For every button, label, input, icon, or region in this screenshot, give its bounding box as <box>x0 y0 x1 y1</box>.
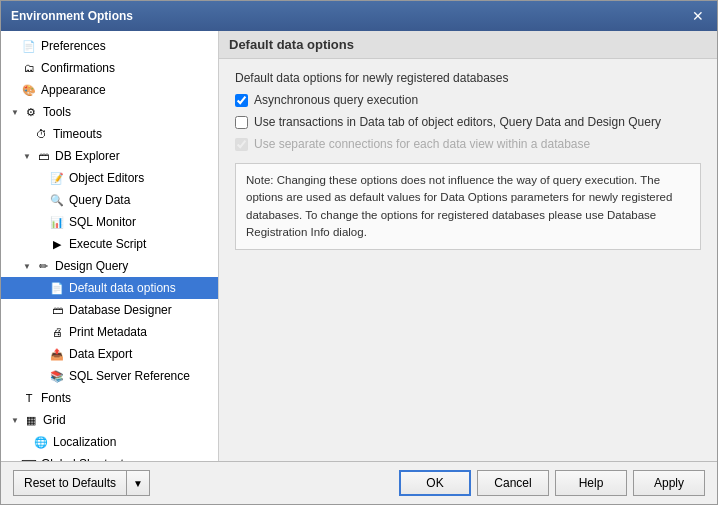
sidebar-icon-printmeta: 🖨 <box>49 324 65 340</box>
sidebar-icon-defaultdata: 📄 <box>49 280 65 296</box>
sidebar-label-grid: Grid <box>43 413 66 427</box>
content-area: Default data options Default data option… <box>219 31 717 461</box>
expand-icon-dbexplorer: ▼ <box>21 150 33 162</box>
close-button[interactable]: ✕ <box>689 7 707 25</box>
sidebar-icon-sqlmonitor: 📊 <box>49 214 65 230</box>
use-transactions-label: Use transactions in Data tab of object e… <box>254 115 661 129</box>
sidebar-label-appearance: Appearance <box>41 83 106 97</box>
sidebar-item-querydata[interactable]: 🔍Query Data <box>1 189 218 211</box>
sidebar-label-localization: Localization <box>53 435 116 449</box>
sidebar-item-objecteditors[interactable]: 📝Object Editors <box>1 167 218 189</box>
sidebar-icon-confirmations: 🗂 <box>21 60 37 76</box>
sidebar-label-sqlmonitor: SQL Monitor <box>69 215 136 229</box>
use-transactions-checkbox[interactable] <box>235 116 248 129</box>
sidebar-item-timeouts[interactable]: ⏱Timeouts <box>1 123 218 145</box>
reset-dropdown-arrow[interactable]: ▼ <box>126 470 150 496</box>
sidebar-icon-dbdesigner: 🗃 <box>49 302 65 318</box>
expand-icon-grid: ▼ <box>9 414 21 426</box>
sidebar-icon-querydata: 🔍 <box>49 192 65 208</box>
dialog-body: 📄Preferences🗂Confirmations🎨Appearance▼⚙T… <box>1 31 717 461</box>
sidebar-label-sqlref: SQL Server Reference <box>69 369 190 383</box>
async-query-row: Asynchronous query execution <box>235 93 701 107</box>
content-title: Default data options <box>219 31 717 59</box>
environment-options-dialog: Environment Options ✕ 📄Preferences🗂Confi… <box>0 0 718 505</box>
reset-dropdown: Reset to Defaults ▼ <box>13 470 150 496</box>
sidebar-label-querydata: Query Data <box>69 193 130 207</box>
sidebar-item-dbexplorer[interactable]: ▼🗃DB Explorer <box>1 145 218 167</box>
sidebar-label-objecteditors: Object Editors <box>69 171 144 185</box>
reset-defaults-button[interactable]: Reset to Defaults <box>13 470 126 496</box>
sidebar-label-printmeta: Print Metadata <box>69 325 147 339</box>
sidebar-label-defaultdata: Default data options <box>69 281 176 295</box>
separate-connections-row: Use separate connections for each data v… <box>235 137 701 151</box>
sidebar-item-globalshortcuts[interactable]: ⌨Global Shortcuts <box>1 453 218 461</box>
sidebar-label-timeouts: Timeouts <box>53 127 102 141</box>
sidebar-item-grid[interactable]: ▼▦Grid <box>1 409 218 431</box>
expand-icon-tools: ▼ <box>9 106 21 118</box>
sidebar-item-designquery[interactable]: ▼✏Design Query <box>1 255 218 277</box>
sidebar-label-fonts: Fonts <box>41 391 71 405</box>
titlebar: Environment Options ✕ <box>1 1 717 31</box>
sidebar-icon-fonts: T <box>21 390 37 406</box>
sidebar-icon-appearance: 🎨 <box>21 82 37 98</box>
help-button[interactable]: Help <box>555 470 627 496</box>
sidebar-item-executescript[interactable]: ▶Execute Script <box>1 233 218 255</box>
sidebar-icon-executescript: ▶ <box>49 236 65 252</box>
sidebar-icon-objecteditors: 📝 <box>49 170 65 186</box>
sidebar-item-defaultdata[interactable]: 📄Default data options <box>1 277 218 299</box>
sidebar-item-dbdesigner[interactable]: 🗃Database Designer <box>1 299 218 321</box>
sidebar-icon-tools: ⚙ <box>23 104 39 120</box>
sidebar-label-dbdesigner: Database Designer <box>69 303 172 317</box>
sidebar-icon-grid: ▦ <box>23 412 39 428</box>
async-query-checkbox[interactable] <box>235 94 248 107</box>
sidebar-icon-dataexport: 📤 <box>49 346 65 362</box>
sidebar-item-fonts[interactable]: TFonts <box>1 387 218 409</box>
sidebar-item-appearance[interactable]: 🎨Appearance <box>1 79 218 101</box>
sidebar-label-confirmations: Confirmations <box>41 61 115 75</box>
sidebar-label-dbexplorer: DB Explorer <box>55 149 120 163</box>
cancel-button[interactable]: Cancel <box>477 470 549 496</box>
sidebar-icon-designquery: ✏ <box>35 258 51 274</box>
sidebar-item-printmeta[interactable]: 🖨Print Metadata <box>1 321 218 343</box>
footer-left: Reset to Defaults ▼ <box>13 470 150 496</box>
sidebar-item-tools[interactable]: ▼⚙Tools <box>1 101 218 123</box>
sidebar-item-sqlref[interactable]: 📚SQL Server Reference <box>1 365 218 387</box>
sidebar-item-localization[interactable]: 🌐Localization <box>1 431 218 453</box>
sidebar-label-tools: Tools <box>43 105 71 119</box>
sidebar: 📄Preferences🗂Confirmations🎨Appearance▼⚙T… <box>1 31 219 461</box>
sidebar-icon-sqlref: 📚 <box>49 368 65 384</box>
dialog-footer: Reset to Defaults ▼ OK Cancel Help Apply <box>1 461 717 504</box>
sidebar-icon-dbexplorer: 🗃 <box>35 148 51 164</box>
sidebar-label-designquery: Design Query <box>55 259 128 273</box>
expand-icon-designquery: ▼ <box>21 260 33 272</box>
use-transactions-row: Use transactions in Data tab of object e… <box>235 115 701 129</box>
dialog-title: Environment Options <box>11 9 133 23</box>
sidebar-item-confirmations[interactable]: 🗂Confirmations <box>1 57 218 79</box>
footer-right: OK Cancel Help Apply <box>399 470 705 496</box>
sidebar-label-preferences: Preferences <box>41 39 106 53</box>
sidebar-item-dataexport[interactable]: 📤Data Export <box>1 343 218 365</box>
sidebar-icon-localization: 🌐 <box>33 434 49 450</box>
apply-button[interactable]: Apply <box>633 470 705 496</box>
separate-connections-label: Use separate connections for each data v… <box>254 137 590 151</box>
section-label: Default data options for newly registere… <box>235 71 701 85</box>
separate-connections-checkbox[interactable] <box>235 138 248 151</box>
async-query-label: Asynchronous query execution <box>254 93 418 107</box>
sidebar-label-executescript: Execute Script <box>69 237 146 251</box>
sidebar-icon-preferences: 📄 <box>21 38 37 54</box>
sidebar-item-sqlmonitor[interactable]: 📊SQL Monitor <box>1 211 218 233</box>
note-box: Note: Changing these options does not in… <box>235 163 701 250</box>
ok-button[interactable]: OK <box>399 470 471 496</box>
sidebar-label-dataexport: Data Export <box>69 347 132 361</box>
sidebar-item-preferences[interactable]: 📄Preferences <box>1 35 218 57</box>
sidebar-icon-timeouts: ⏱ <box>33 126 49 142</box>
